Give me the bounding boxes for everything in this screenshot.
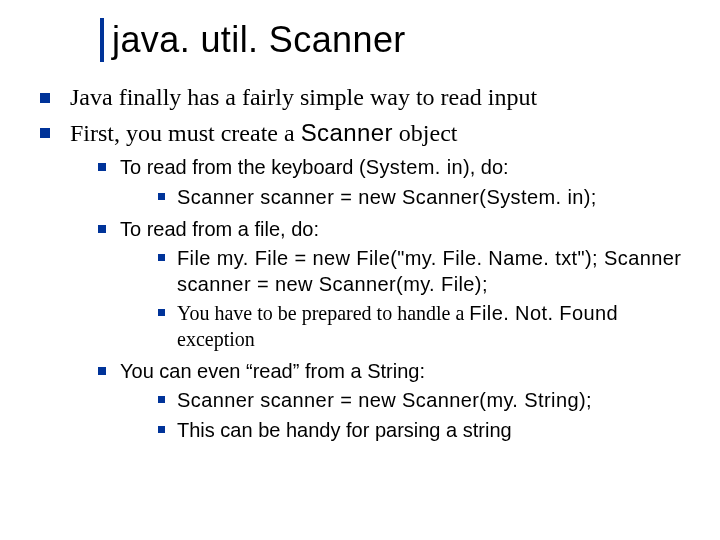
text-fragment: To read from the keyboard ( — [120, 156, 366, 178]
bullet-item: First, you must create a Scanner object — [40, 117, 690, 149]
bullet-text: To read from a file, do: — [120, 217, 690, 243]
bullet-list-level2: To read from a file, do: — [98, 217, 690, 243]
bullet-item: To read from a file, do: — [98, 217, 690, 243]
text-fragment: You have to be prepared to handle a — [177, 302, 469, 324]
title-wrap: java. util. Scanner — [100, 18, 690, 62]
text-fragment: object — [393, 120, 458, 146]
square-bullet-icon — [98, 367, 106, 375]
bullet-item: Scanner scanner = new Scanner(System. in… — [158, 185, 690, 211]
square-bullet-icon — [98, 163, 106, 171]
bullet-item: Java finally has a fairly simple way to … — [40, 82, 690, 113]
code-fragment: File. Not. Found — [469, 302, 618, 324]
slide: java. util. Scanner Java finally has a f… — [0, 0, 720, 540]
bullet-item: This can be handy for parsing a string — [158, 418, 690, 444]
square-bullet-icon — [40, 93, 50, 103]
bullet-list-level2: To read from the keyboard (System. in), … — [98, 155, 690, 181]
slide-title: java. util. Scanner — [112, 19, 406, 61]
bullet-text: Java finally has a fairly simple way to … — [70, 82, 690, 113]
bullet-text: You can even “read” from a String: — [120, 359, 690, 385]
bullet-list-level1: Java finally has a fairly simple way to … — [40, 82, 690, 149]
title-accent-bar — [100, 18, 104, 62]
code-line: Scanner scanner = new Scanner(System. in… — [177, 185, 690, 211]
code-fragment: System. in — [366, 156, 463, 178]
square-bullet-icon — [98, 225, 106, 233]
bullet-list-level3: File my. File = new File("my. File. Name… — [158, 246, 690, 352]
square-bullet-icon — [158, 309, 165, 316]
bullet-item: You can even “read” from a String: — [98, 359, 690, 385]
square-bullet-icon — [158, 254, 165, 261]
bullet-list-level3: Scanner scanner = new Scanner(my. String… — [158, 388, 690, 443]
text-fragment: exception — [177, 328, 255, 350]
bullet-text: To read from the keyboard (System. in), … — [120, 155, 690, 181]
bullet-item: You have to be prepared to handle a File… — [158, 301, 690, 352]
code-line: File my. File = new File("my. File. Name… — [177, 246, 690, 297]
bullet-text: This can be handy for parsing a string — [177, 418, 690, 444]
code-line: Scanner scanner = new Scanner(my. String… — [177, 388, 690, 414]
code-fragment: Scanner — [301, 119, 393, 146]
bullet-list-level2: You can even “read” from a String: — [98, 359, 690, 385]
bullet-item: Scanner scanner = new Scanner(my. String… — [158, 388, 690, 414]
bullet-list-level3: Scanner scanner = new Scanner(System. in… — [158, 185, 690, 211]
square-bullet-icon — [158, 396, 165, 403]
square-bullet-icon — [158, 193, 165, 200]
bullet-item: File my. File = new File("my. File. Name… — [158, 246, 690, 297]
square-bullet-icon — [158, 426, 165, 433]
text-fragment: ), do: — [463, 156, 509, 178]
bullet-text: You have to be prepared to handle a File… — [177, 301, 690, 352]
bullet-text: First, you must create a Scanner object — [70, 117, 690, 149]
bullet-item: To read from the keyboard (System. in), … — [98, 155, 690, 181]
text-fragment: First, you must create a — [70, 120, 301, 146]
square-bullet-icon — [40, 128, 50, 138]
